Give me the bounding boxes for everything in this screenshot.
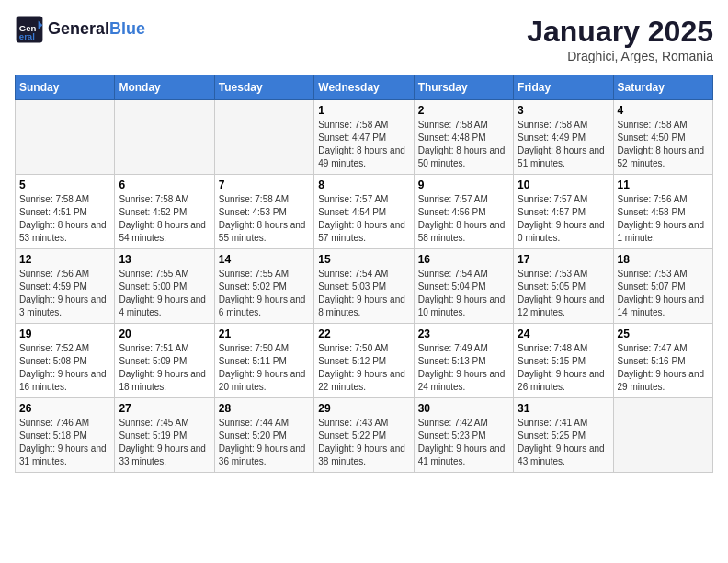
weekday-header-thursday: Thursday bbox=[414, 75, 513, 100]
weekday-header-monday: Monday bbox=[115, 75, 214, 100]
day-number: 25 bbox=[618, 327, 709, 340]
day-info: Sunrise: 7:57 AM Sunset: 4:54 PM Dayligh… bbox=[318, 193, 409, 245]
calendar-cell: 19Sunrise: 7:52 AM Sunset: 5:08 PM Dayli… bbox=[16, 324, 115, 398]
calendar-cell bbox=[16, 100, 115, 175]
day-info: Sunrise: 7:46 AM Sunset: 5:18 PM Dayligh… bbox=[19, 417, 110, 468]
calendar-cell: 12Sunrise: 7:56 AM Sunset: 4:59 PM Dayli… bbox=[16, 249, 115, 324]
calendar-cell: 5Sunrise: 7:58 AM Sunset: 4:51 PM Daylig… bbox=[16, 175, 115, 249]
weekday-header-sunday: Sunday bbox=[16, 75, 115, 100]
calendar-week-1: 5Sunrise: 7:58 AM Sunset: 4:51 PM Daylig… bbox=[16, 175, 713, 249]
logo-icon: Gen eral bbox=[15, 15, 44, 44]
day-number: 21 bbox=[219, 327, 310, 340]
day-info: Sunrise: 7:52 AM Sunset: 5:08 PM Dayligh… bbox=[19, 342, 110, 394]
weekday-header-row: SundayMondayTuesdayWednesdayThursdayFrid… bbox=[16, 75, 713, 100]
day-info: Sunrise: 7:57 AM Sunset: 4:57 PM Dayligh… bbox=[518, 193, 609, 245]
day-number: 15 bbox=[318, 253, 409, 266]
calendar-cell: 2Sunrise: 7:58 AM Sunset: 4:48 PM Daylig… bbox=[414, 100, 513, 175]
day-info: Sunrise: 7:55 AM Sunset: 5:00 PM Dayligh… bbox=[119, 268, 210, 319]
calendar-cell bbox=[214, 100, 313, 175]
day-info: Sunrise: 7:56 AM Sunset: 4:59 PM Dayligh… bbox=[19, 268, 110, 319]
day-info: Sunrise: 7:58 AM Sunset: 4:53 PM Dayligh… bbox=[219, 193, 310, 245]
weekday-header-friday: Friday bbox=[514, 75, 613, 100]
day-number: 20 bbox=[119, 327, 210, 340]
calendar-cell: 26Sunrise: 7:46 AM Sunset: 5:18 PM Dayli… bbox=[16, 398, 115, 473]
svg-text:eral: eral bbox=[19, 31, 35, 41]
calendar-cell: 22Sunrise: 7:50 AM Sunset: 5:12 PM Dayli… bbox=[314, 324, 414, 398]
calendar-cell: 21Sunrise: 7:50 AM Sunset: 5:11 PM Dayli… bbox=[214, 324, 313, 398]
weekday-header-saturday: Saturday bbox=[613, 75, 712, 100]
day-info: Sunrise: 7:57 AM Sunset: 4:56 PM Dayligh… bbox=[418, 193, 509, 245]
day-info: Sunrise: 7:58 AM Sunset: 4:52 PM Dayligh… bbox=[119, 193, 210, 245]
logo: Gen eral GeneralBlue bbox=[15, 15, 145, 44]
title-block: January 2025 Draghici, Arges, Romania bbox=[527, 15, 713, 63]
day-number: 12 bbox=[19, 253, 110, 266]
day-number: 29 bbox=[318, 402, 409, 415]
day-info: Sunrise: 7:48 AM Sunset: 5:15 PM Dayligh… bbox=[518, 342, 609, 394]
day-info: Sunrise: 7:54 AM Sunset: 5:03 PM Dayligh… bbox=[318, 268, 409, 319]
calendar-cell: 18Sunrise: 7:53 AM Sunset: 5:07 PM Dayli… bbox=[613, 249, 712, 324]
calendar-cell: 16Sunrise: 7:54 AM Sunset: 5:04 PM Dayli… bbox=[414, 249, 513, 324]
calendar-week-3: 19Sunrise: 7:52 AM Sunset: 5:08 PM Dayli… bbox=[16, 324, 713, 398]
day-info: Sunrise: 7:58 AM Sunset: 4:48 PM Dayligh… bbox=[418, 119, 509, 170]
weekday-header-wednesday: Wednesday bbox=[314, 75, 414, 100]
day-number: 24 bbox=[518, 327, 609, 340]
calendar-cell: 25Sunrise: 7:47 AM Sunset: 5:16 PM Dayli… bbox=[613, 324, 712, 398]
day-info: Sunrise: 7:58 AM Sunset: 4:49 PM Dayligh… bbox=[518, 119, 609, 170]
calendar-cell: 29Sunrise: 7:43 AM Sunset: 5:22 PM Dayli… bbox=[314, 398, 414, 473]
day-info: Sunrise: 7:54 AM Sunset: 5:04 PM Dayligh… bbox=[418, 268, 509, 319]
day-number: 26 bbox=[19, 402, 110, 415]
calendar-cell: 27Sunrise: 7:45 AM Sunset: 5:19 PM Dayli… bbox=[115, 398, 214, 473]
day-info: Sunrise: 7:43 AM Sunset: 5:22 PM Dayligh… bbox=[318, 417, 409, 468]
calendar-cell: 28Sunrise: 7:44 AM Sunset: 5:20 PM Dayli… bbox=[214, 398, 313, 473]
day-number: 23 bbox=[418, 327, 509, 340]
calendar-cell bbox=[613, 398, 712, 473]
calendar-week-2: 12Sunrise: 7:56 AM Sunset: 4:59 PM Dayli… bbox=[16, 249, 713, 324]
calendar-cell: 17Sunrise: 7:53 AM Sunset: 5:05 PM Dayli… bbox=[514, 249, 613, 324]
day-number: 22 bbox=[318, 327, 409, 340]
day-number: 14 bbox=[219, 253, 310, 266]
day-number: 9 bbox=[418, 178, 509, 191]
day-number: 19 bbox=[19, 327, 110, 340]
day-number: 10 bbox=[518, 178, 609, 191]
day-info: Sunrise: 7:53 AM Sunset: 5:07 PM Dayligh… bbox=[618, 268, 709, 319]
logo-text: GeneralBlue bbox=[48, 19, 145, 40]
calendar-cell: 11Sunrise: 7:56 AM Sunset: 4:58 PM Dayli… bbox=[613, 175, 712, 249]
day-info: Sunrise: 7:44 AM Sunset: 5:20 PM Dayligh… bbox=[219, 417, 310, 468]
day-info: Sunrise: 7:58 AM Sunset: 4:51 PM Dayligh… bbox=[19, 193, 110, 245]
calendar-cell: 23Sunrise: 7:49 AM Sunset: 5:13 PM Dayli… bbox=[414, 324, 513, 398]
day-number: 28 bbox=[219, 402, 310, 415]
calendar-cell: 3Sunrise: 7:58 AM Sunset: 4:49 PM Daylig… bbox=[514, 100, 613, 175]
day-info: Sunrise: 7:51 AM Sunset: 5:09 PM Dayligh… bbox=[119, 342, 210, 394]
day-info: Sunrise: 7:53 AM Sunset: 5:05 PM Dayligh… bbox=[518, 268, 609, 319]
day-info: Sunrise: 7:58 AM Sunset: 4:47 PM Dayligh… bbox=[318, 119, 409, 170]
calendar-body: 1Sunrise: 7:58 AM Sunset: 4:47 PM Daylig… bbox=[16, 100, 713, 473]
day-info: Sunrise: 7:47 AM Sunset: 5:16 PM Dayligh… bbox=[618, 342, 709, 394]
day-number: 4 bbox=[618, 104, 709, 117]
calendar-cell: 13Sunrise: 7:55 AM Sunset: 5:00 PM Dayli… bbox=[115, 249, 214, 324]
day-number: 16 bbox=[418, 253, 509, 266]
day-info: Sunrise: 7:41 AM Sunset: 5:25 PM Dayligh… bbox=[518, 417, 609, 468]
day-number: 13 bbox=[119, 253, 210, 266]
day-number: 7 bbox=[219, 178, 310, 191]
month-title: January 2025 bbox=[527, 15, 713, 49]
day-number: 2 bbox=[418, 104, 509, 117]
calendar-cell: 24Sunrise: 7:48 AM Sunset: 5:15 PM Dayli… bbox=[514, 324, 613, 398]
day-info: Sunrise: 7:45 AM Sunset: 5:19 PM Dayligh… bbox=[119, 417, 210, 468]
day-number: 6 bbox=[119, 178, 210, 191]
calendar-cell bbox=[115, 100, 214, 175]
day-number: 3 bbox=[518, 104, 609, 117]
day-number: 31 bbox=[518, 402, 609, 415]
day-info: Sunrise: 7:50 AM Sunset: 5:12 PM Dayligh… bbox=[318, 342, 409, 394]
calendar-cell: 9Sunrise: 7:57 AM Sunset: 4:56 PM Daylig… bbox=[414, 175, 513, 249]
calendar-cell: 10Sunrise: 7:57 AM Sunset: 4:57 PM Dayli… bbox=[514, 175, 613, 249]
calendar-cell: 8Sunrise: 7:57 AM Sunset: 4:54 PM Daylig… bbox=[314, 175, 414, 249]
day-info: Sunrise: 7:55 AM Sunset: 5:02 PM Dayligh… bbox=[219, 268, 310, 319]
day-number: 18 bbox=[618, 253, 709, 266]
day-number: 11 bbox=[618, 178, 709, 191]
calendar-table: SundayMondayTuesdayWednesdayThursdayFrid… bbox=[15, 75, 713, 473]
calendar-week-0: 1Sunrise: 7:58 AM Sunset: 4:47 PM Daylig… bbox=[16, 100, 713, 175]
day-number: 17 bbox=[518, 253, 609, 266]
weekday-header-tuesday: Tuesday bbox=[214, 75, 313, 100]
page-header: Gen eral GeneralBlue January 2025 Draghi… bbox=[15, 15, 713, 63]
calendar-cell: 4Sunrise: 7:58 AM Sunset: 4:50 PM Daylig… bbox=[613, 100, 712, 175]
